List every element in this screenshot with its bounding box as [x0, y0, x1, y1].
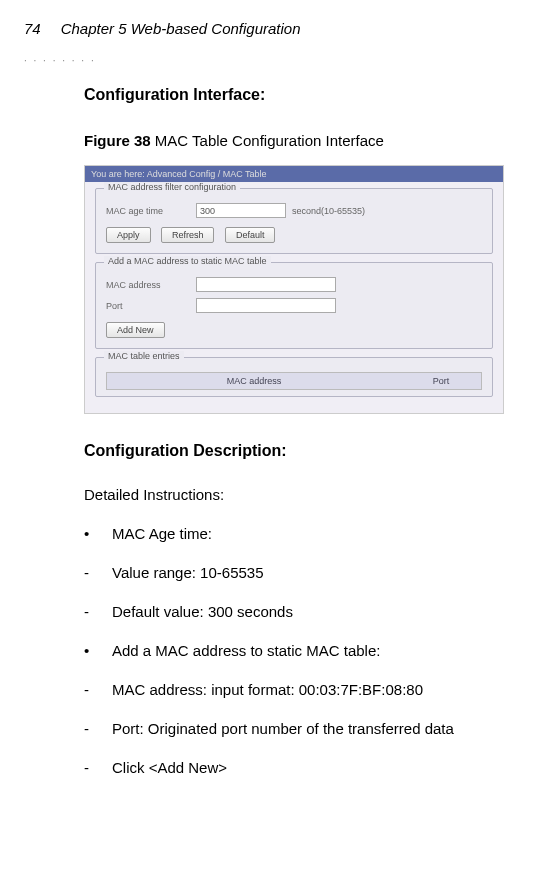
- figure-number: Figure 38: [84, 132, 151, 149]
- dash-marker: -: [84, 720, 112, 737]
- age-time-label: MAC age time: [106, 206, 196, 216]
- bullet-dot: •: [84, 525, 112, 542]
- button-row-2: Add New: [106, 319, 482, 338]
- dash-text: Port: Originated port number of the tran…: [112, 720, 531, 737]
- dash-click-add: - Click <Add New>: [84, 759, 531, 776]
- bullet-text: Add a MAC address to static MAC table:: [112, 642, 531, 659]
- port-row: Port: [106, 298, 482, 313]
- table-header: MAC address Port: [106, 372, 482, 390]
- age-time-row: MAC age time second(10-65535): [106, 203, 482, 218]
- screenshot-body: MAC address filter configuration MAC age…: [85, 182, 503, 413]
- header-dots: · · · · · · · ·: [24, 55, 531, 66]
- figure-caption-text: MAC Table Configuration Interface: [151, 132, 384, 149]
- port-label: Port: [106, 301, 196, 311]
- dash-marker: -: [84, 759, 112, 776]
- th-mac: MAC address: [107, 376, 401, 386]
- page-header: 74 Chapter 5 Web-based Configuration: [24, 20, 531, 37]
- fieldset-legend-1: MAC address filter configuration: [104, 182, 240, 192]
- fieldset-mac-entries: MAC table entries MAC address Port: [95, 357, 493, 397]
- bullet-text: MAC Age time:: [112, 525, 531, 542]
- dash-text: MAC address: input format: 00:03:7F:BF:0…: [112, 681, 531, 698]
- button-row-1: Apply Refresh Default: [106, 224, 482, 243]
- dash-value-range: - Value range: 10-65535: [84, 564, 531, 581]
- fieldset-add-mac: Add a MAC address to static MAC table MA…: [95, 262, 493, 349]
- bullet-add-mac: • Add a MAC address to static MAC table:: [84, 642, 531, 659]
- figure-caption: Figure 38 MAC Table Configuration Interf…: [84, 132, 531, 149]
- mac-address-input[interactable]: [196, 277, 336, 292]
- fieldset-legend-2: Add a MAC address to static MAC table: [104, 256, 271, 266]
- dash-text: Value range: 10-65535: [112, 564, 531, 581]
- config-description-title: Configuration Description:: [84, 442, 531, 460]
- dash-mac-format: - MAC address: input format: 00:03:7F:BF…: [84, 681, 531, 698]
- breadcrumb: You are here: Advanced Config / MAC Tabl…: [85, 166, 503, 182]
- dash-marker: -: [84, 603, 112, 620]
- fieldset-legend-3: MAC table entries: [104, 351, 184, 361]
- mac-address-row: MAC address: [106, 277, 482, 292]
- dash-marker: -: [84, 681, 112, 698]
- fieldset-mac-filter: MAC address filter configuration MAC age…: [95, 188, 493, 254]
- screenshot-container: You are here: Advanced Config / MAC Tabl…: [84, 165, 504, 414]
- chapter-title: Chapter 5 Web-based Configuration: [61, 20, 301, 37]
- th-port: Port: [401, 376, 481, 386]
- add-new-button[interactable]: Add New: [106, 322, 165, 338]
- age-time-input[interactable]: [196, 203, 286, 218]
- port-input[interactable]: [196, 298, 336, 313]
- dash-marker: -: [84, 564, 112, 581]
- page-number: 74: [24, 20, 41, 37]
- instructions-label: Detailed Instructions:: [84, 486, 531, 503]
- content-area: Configuration Interface: Figure 38 MAC T…: [24, 86, 531, 776]
- config-interface-title: Configuration Interface:: [84, 86, 531, 104]
- bullet-age-time: • MAC Age time:: [84, 525, 531, 542]
- refresh-button[interactable]: Refresh: [161, 227, 215, 243]
- dash-default-value: - Default value: 300 seconds: [84, 603, 531, 620]
- apply-button[interactable]: Apply: [106, 227, 151, 243]
- dash-port-desc: - Port: Originated port number of the tr…: [84, 720, 531, 737]
- default-button[interactable]: Default: [225, 227, 276, 243]
- bullet-dot: •: [84, 642, 112, 659]
- age-time-suffix: second(10-65535): [292, 206, 365, 216]
- dash-text: Default value: 300 seconds: [112, 603, 531, 620]
- mac-address-label: MAC address: [106, 280, 196, 290]
- dash-text: Click <Add New>: [112, 759, 531, 776]
